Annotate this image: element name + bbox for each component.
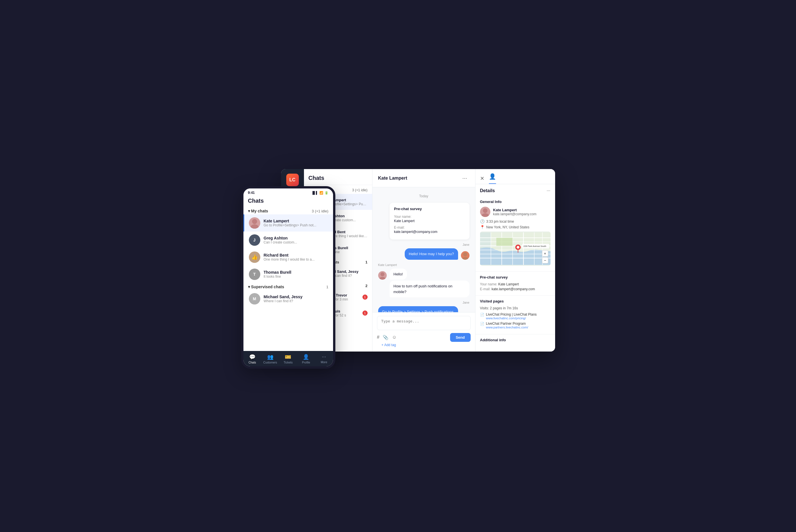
- status-icons: ▐▌▌ 📶 🔋: [311, 191, 328, 195]
- mobile-nav-more[interactable]: ··· More: [315, 354, 333, 364]
- pre-chat-name-field: Your name: Kate Lampert: [394, 214, 465, 223]
- mobile-supervised-label: Supervised chats: [251, 285, 284, 289]
- mobile-avatar-thomas: T: [249, 269, 260, 280]
- nav-chats-label: Chats: [249, 361, 256, 364]
- page-title-1: LiveChat Pricing | LiveChat Plans: [486, 312, 537, 317]
- mobile-nav-customers[interactable]: 👥 Customers: [261, 354, 279, 364]
- customer-label: Kate Lampert: [378, 263, 470, 267]
- chat-more-button[interactable]: ···: [460, 174, 470, 183]
- page-info-2: LiveChat Partner Program www.partners.li…: [486, 322, 528, 329]
- chat-header: Kate Lampert ···: [373, 169, 475, 187]
- nav-tickets-label: Tickets: [284, 361, 292, 364]
- message-row-agent-1: Hello! How may I help you?: [405, 248, 469, 260]
- date-divider: Today: [378, 194, 470, 198]
- svg-point-3: [462, 257, 468, 260]
- mobile-app: 9:41 ▐▌▌ 📶 🔋 Chats ▾ My chats 3 (+1 idle…: [241, 186, 336, 369]
- mobile-avatar-richard: 👍: [249, 251, 260, 263]
- message-group-agent-1: Jane Hello! How may I help you?: [378, 243, 470, 260]
- pre-chat-survey-section: Pre-chat survey Your name: Kate Lampert …: [475, 272, 555, 296]
- profile-tab[interactable]: 👤: [489, 173, 496, 184]
- message-group-customer: Kate Lampert Hello! How to turn off push…: [378, 263, 470, 298]
- mobile-chat-item-michael[interactable]: M Michael Sand, Jessy Where I can find i…: [243, 290, 333, 307]
- mobile-supervised-header: ▾ Supervised chats 1: [243, 283, 333, 290]
- pre-chat-title: Pre-chat survey: [394, 207, 465, 211]
- input-actions: # 📎 ☺ Send: [377, 333, 471, 342]
- nav-chats-icon: 💬: [249, 354, 255, 360]
- svg-text:228 Park Avenue South: 228 Park Avenue South: [523, 245, 546, 247]
- mobile-chat-item-kate[interactable]: Kate Lampert Go to Profile>Settings> Pus…: [243, 214, 333, 231]
- svg-point-8: [483, 208, 487, 213]
- hashtag-icon[interactable]: #: [377, 335, 380, 340]
- location-value: New York, NY, United States: [486, 225, 529, 229]
- agent-avatar-1: [461, 251, 470, 260]
- general-info-section: General Info Kate Lampert kate.lampert@c…: [475, 196, 555, 272]
- details-more-button[interactable]: ···: [546, 188, 550, 193]
- message-bubble-agent-2: Go to Profile > Settings > Push notifica…: [378, 306, 458, 312]
- mobile-avatar-greg: J: [249, 234, 260, 246]
- add-tag-button[interactable]: + Add tag: [377, 342, 471, 348]
- mobile-chat-info-greg: Greg Ashton Can I create custom...: [264, 236, 328, 244]
- survey-email: E-mail: kate.lampert@company.com: [480, 287, 550, 291]
- attach-icon[interactable]: 📎: [383, 335, 388, 340]
- send-button[interactable]: Send: [450, 333, 471, 342]
- message-input-box: # 📎 ☺ Send: [377, 316, 471, 342]
- mobile-chat-item-thomas[interactable]: T Thomas Burell It looks fine: [243, 266, 333, 283]
- mobile-chat-preview-kate: Go to Profile>Settings> Push not...: [264, 223, 328, 227]
- mobile-nav-profile[interactable]: 👤 Profile: [297, 354, 315, 364]
- my-chats-count: 3 (+1 idle): [352, 188, 367, 192]
- svg-rect-11: [480, 232, 491, 265]
- chat-list-header: Chats: [304, 169, 372, 185]
- nav-more-label: More: [321, 361, 327, 364]
- details-title: Details: [480, 188, 495, 193]
- right-panel: ✕ 👤 Details ··· General Info: [475, 169, 555, 352]
- mobile-chat-item-greg[interactable]: J Greg Ashton Can I create custom...: [243, 231, 333, 249]
- mobile-supervised-arrow[interactable]: ▾: [248, 285, 250, 289]
- nav-more-icon: ···: [322, 354, 326, 360]
- mobile-chat-name-thomas: Thomas Burell: [264, 270, 328, 274]
- signal-icon: ▐▌▌: [311, 191, 318, 194]
- mobile-chat-preview-greg: Can I create custom...: [264, 240, 328, 244]
- pre-chat-info: Your name: Kate Lampert E-mail: kate.lam…: [480, 282, 550, 291]
- wifi-icon: 📶: [319, 191, 323, 195]
- zoom-in-button[interactable]: +: [542, 250, 548, 256]
- message-input[interactable]: [377, 316, 471, 330]
- mobile-my-chats-title: ▾ My chats: [248, 209, 268, 213]
- message-bubble-customer-1: Hello!: [390, 269, 407, 280]
- emoji-icon[interactable]: ☺: [392, 335, 396, 340]
- mobile-chat-preview-thomas: It looks fine: [264, 274, 328, 279]
- mobile-chat-info-richard: Richard Bent One more thing I would like…: [264, 253, 328, 262]
- page-item-1: 📄 LiveChat Pricing | LiveChat Plans www.…: [480, 312, 550, 320]
- nav-customers-icon: 👥: [267, 354, 273, 360]
- mobile-collapse-arrow[interactable]: ▾: [248, 209, 250, 213]
- survey-email-label: E-mail:: [480, 287, 492, 291]
- mobile-nav-tickets[interactable]: 🎫 Tickets: [279, 354, 297, 364]
- mobile-chat-info-michael: Michael Sand, Jessy Where I can find it?: [264, 294, 328, 303]
- agent-label-1: Jane: [463, 243, 470, 246]
- zoom-out-button[interactable]: −: [542, 257, 548, 263]
- messages-area: Today Pre-chat survey Your name: Kate La…: [373, 187, 475, 312]
- map-container: 228 Park Avenue South + −: [480, 231, 550, 266]
- mobile-chat-item-richard[interactable]: 👍 Richard Bent One more thing I would li…: [243, 249, 333, 266]
- visited-pages-title: Visited pages: [480, 299, 550, 303]
- supervised-count: 1: [365, 260, 367, 264]
- message-row-agent-2: Go to Profile > Settings > Push notifica…: [378, 306, 470, 312]
- badge-patrick: 1: [362, 294, 367, 300]
- customer-detail-name: Kate Lampert: [493, 208, 537, 212]
- close-button[interactable]: ✕: [480, 175, 484, 182]
- mobile-chat-preview-richard: One more thing I would like to a...: [264, 258, 328, 262]
- agent-label-2: Jane: [463, 301, 470, 304]
- mobile-nav-chats[interactable]: 💬 Chats: [243, 354, 261, 364]
- customer-detail-email: kate.lampert@company.com: [493, 212, 537, 216]
- svg-point-5: [379, 277, 385, 280]
- page-title-2: LiveChat Partner Program: [486, 322, 528, 326]
- pre-chat-card: Pre-chat survey Your name: Kate Lampert …: [390, 203, 470, 240]
- mobile-header: Chats: [243, 196, 333, 207]
- badge-peter: 1: [362, 310, 367, 316]
- mobile-chat-preview-michael: Where I can find it?: [264, 299, 328, 303]
- input-icons: # 📎 ☺: [377, 335, 397, 340]
- survey-name-label: Your name:: [480, 282, 498, 286]
- message-input-area: # 📎 ☺ Send + Add tag: [373, 312, 475, 352]
- page-item-2: 📄 LiveChat Partner Program www.partners.…: [480, 322, 550, 329]
- general-info-title: General Info: [480, 200, 550, 204]
- mobile-avatar-michael: M: [249, 293, 260, 304]
